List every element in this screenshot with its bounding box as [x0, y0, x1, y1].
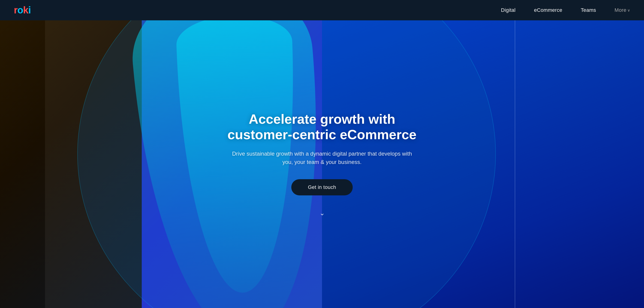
- logo-text: roki: [14, 5, 31, 16]
- navbar: roki Digital eCommerce Teams More: [0, 0, 644, 20]
- get-in-touch-button[interactable]: Get in touch: [291, 179, 353, 195]
- nav-ecommerce[interactable]: eCommerce: [534, 7, 562, 13]
- logo[interactable]: roki: [14, 5, 31, 16]
- nav-digital[interactable]: Digital: [501, 7, 516, 13]
- hero-headline: Accelerate growth with customer-centric …: [227, 111, 417, 142]
- logo-r: r: [14, 5, 17, 16]
- hero-divider: [515, 0, 515, 308]
- hero-subtext: Drive sustainable growth with a dynamic …: [227, 149, 417, 166]
- logo-k: k: [23, 5, 28, 16]
- hero-content: Accelerate growth with customer-centric …: [218, 111, 426, 217]
- scroll-down-icon[interactable]: ⌄: [227, 209, 417, 217]
- nav-links: Digital eCommerce Teams More: [501, 7, 630, 13]
- hero-section: Accelerate growth with customer-centric …: [0, 0, 644, 308]
- logo-o: o: [17, 5, 23, 16]
- nav-more[interactable]: More: [614, 7, 630, 13]
- logo-i: i: [28, 5, 31, 16]
- nav-teams[interactable]: Teams: [581, 7, 596, 13]
